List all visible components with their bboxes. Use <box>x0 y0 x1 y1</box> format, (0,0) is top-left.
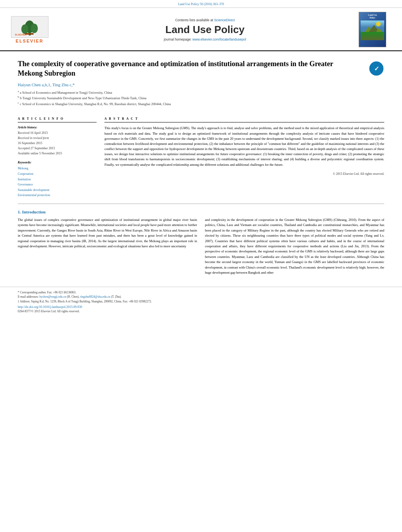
svg-text:ELSEVIER: ELSEVIER <box>15 33 27 36</box>
email-footnote: E-mail addresses: hychen@tongji.edu.cn (… <box>18 295 384 299</box>
accepted-date: Accepted 27 September 2015 <box>18 146 97 151</box>
issn-copyright: 0264-8377/© 2015 Elsevier Ltd. All right… <box>18 310 384 313</box>
body-left-text: The global issues of complex cooperative… <box>18 217 197 249</box>
body-left-col: The global issues of complex cooperative… <box>18 217 197 279</box>
contents-available: Contents lists available at ScienceDirec… <box>51 18 359 22</box>
abstract-copyright: © 2015 Elsevier Ltd. All rights reserved… <box>104 171 384 176</box>
section-divider <box>18 204 384 204</box>
abstract-text: This study's focus is on the Greater Mek… <box>104 126 384 167</box>
article-info-heading: A R T I C L E I N F O <box>18 117 97 122</box>
journal-title: Land Use Policy <box>51 24 359 36</box>
body-right-text: and complexity in the development of coo… <box>205 217 384 276</box>
history-label: Article history: <box>18 126 97 129</box>
received-revised-label: Received in revised form <box>18 136 97 141</box>
article-info-abstract: A R T I C L E I N F O Article history: R… <box>0 117 402 198</box>
corresponding-footnote: * Corresponding author. Fax: +86 021 661… <box>18 290 384 295</box>
article-section: The complexity of cooperative governance… <box>0 51 402 117</box>
keywords-label: Keywords: <box>18 161 97 164</box>
svg-point-11 <box>376 22 381 26</box>
keyword-governance: Governance <box>18 182 97 187</box>
journal-header: ELSEVIER ELSEVIER Contents lists availab… <box>0 8 402 51</box>
affiliation-a: a a School of Economics and Management i… <box>18 89 384 95</box>
article-title: The complexity of cooperative governance… <box>18 59 349 78</box>
right-column: A B S T R A C T This study's focus is on… <box>104 117 384 198</box>
keyword-mekong: Mekong <box>18 166 97 171</box>
citation-bar: Land Use Policy 50 (2016) 363–370 <box>0 0 402 8</box>
authors: Haiyun Chen a,b,1, Ting Zhu c,* <box>18 82 384 87</box>
cover-image <box>361 20 384 40</box>
keyword-institution: Institution <box>18 177 97 182</box>
elsevier-logo: ELSEVIER ELSEVIER <box>8 16 51 43</box>
cover-title: Land UsePolicy <box>368 14 377 19</box>
affiliation-c: c c School of Economics in Shanghai Univ… <box>18 101 384 107</box>
received-date: Received 16 April 2015 <box>18 131 97 136</box>
keyword-environmental: Environmental protection <box>18 193 97 198</box>
svg-text:✓: ✓ <box>374 65 379 72</box>
sciencedirect-link[interactable]: ScienceDirect <box>214 18 234 22</box>
revised-date: 16 September 2015 <box>18 141 97 146</box>
elsevier-logo-image: ELSEVIER <box>11 16 48 38</box>
body-right-col: and complexity in the development of coo… <box>205 217 384 279</box>
article-title-area: The complexity of cooperative governance… <box>18 59 384 78</box>
doi-url[interactable]: http://dx.doi.org/10.1016/j.landusepol.2… <box>18 305 82 309</box>
left-column: A R T I C L E I N F O Article history: R… <box>18 117 97 198</box>
page: Land Use Policy 50 (2016) 363–370 ELSEVI… <box>0 0 402 532</box>
body-section: 1. Introduction The global issues of com… <box>0 209 402 279</box>
citation-text: Land Use Policy 50 (2016) 363–370 <box>178 2 224 6</box>
crossmark-icon: ✓ <box>368 61 384 76</box>
email-link[interactable]: hychen@tongji.edu.cn <box>39 295 66 298</box>
homepage-url[interactable]: www.elsevier.com/locate/landusepol <box>192 37 246 41</box>
keyword-sustainable: Sustainable development <box>18 187 97 193</box>
svg-point-3 <box>31 24 38 33</box>
journal-cover: Land UsePolicy <box>359 12 386 47</box>
affiliation-b: b b Tongji University Sustainable Develo… <box>18 95 384 101</box>
email-link2[interactable]: tingzhu0824@shu.edu.cn <box>80 295 110 298</box>
body-two-col: The global issues of complex cooperative… <box>18 217 384 279</box>
journal-homepage: journal homepage: www.elsevier.com/locat… <box>51 37 359 41</box>
svg-rect-7 <box>361 32 384 40</box>
doi-link: http://dx.doi.org/10.1016/j.landusepol.2… <box>18 305 384 309</box>
journal-center: Contents lists available at ScienceDirec… <box>51 18 359 41</box>
keywords-section: Keywords: Mekong Cooperation Institution… <box>18 161 97 198</box>
available-date: Available online 5 November 2015 <box>18 151 97 156</box>
affiliations: a a School of Economics and Management i… <box>18 89 384 107</box>
section1-title: 1. Introduction <box>18 209 384 214</box>
elsevier-label-text: ELSEVIER <box>16 39 43 43</box>
address-footnote: 1 Address: Siping R.d, No. 1239, Block A… <box>18 299 384 304</box>
keyword-cooperation: Cooperation <box>18 171 97 177</box>
abstract-heading: A B S T R A C T <box>104 117 384 122</box>
footer-area: * Corresponding author. Fax: +86 021 661… <box>0 287 402 317</box>
article-history: Article history: Received 16 April 2015 … <box>18 126 97 156</box>
svg-point-2 <box>21 24 28 34</box>
